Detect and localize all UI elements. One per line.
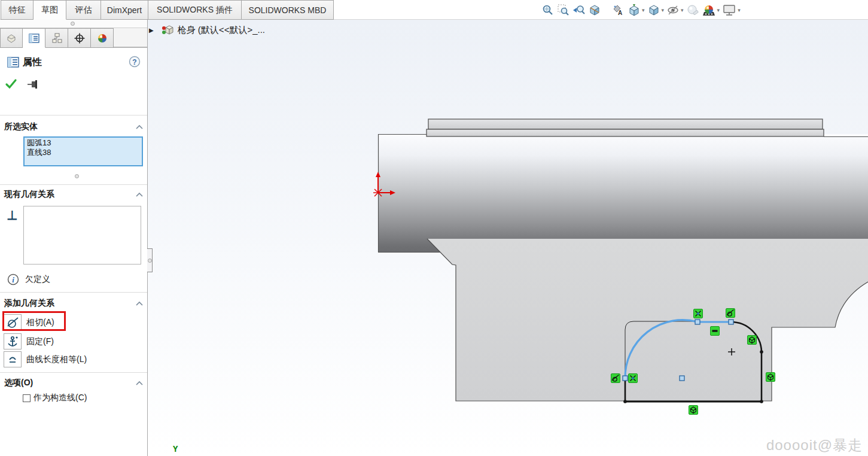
tab-display-manager[interactable]: [91, 28, 114, 48]
view-settings-dropdown[interactable]: ▾: [738, 7, 741, 13]
apply-scene-icon[interactable]: ▾: [702, 4, 720, 17]
sketch-point-handle[interactable]: [695, 320, 700, 324]
section-selected-entities[interactable]: 所选实体: [4, 121, 38, 132]
property-manager-icon: [7, 56, 20, 69]
part-rail-face[interactable]: [427, 119, 824, 136]
horizontal-constraint-icon[interactable]: [711, 327, 720, 336]
panel-viewport-splitter[interactable]: [147, 248, 153, 272]
keep-visible-pin-icon[interactable]: [26, 78, 39, 90]
on-edge-constraint-icon[interactable]: [689, 406, 698, 415]
command-tabs: 特征 草图 评估 DimXpert SOLIDWORKS 插件 SOLIDWOR…: [1, 0, 334, 20]
svg-text:i: i: [12, 275, 14, 284]
svg-text:A: A: [618, 10, 622, 16]
for-construction-checkbox[interactable]: [23, 394, 31, 402]
manager-tab-bar: [0, 28, 147, 48]
hide-show-items-icon[interactable]: ▾: [666, 4, 684, 17]
sketch-endpoint[interactable]: [760, 350, 763, 354]
sketch-endpoint[interactable]: [623, 400, 627, 403]
zoom-to-area-icon[interactable]: [557, 4, 570, 17]
tab-dimxpert-manager[interactable]: [68, 28, 91, 48]
tab-dimxpert[interactable]: DimXpert: [101, 0, 148, 20]
on-edge-constraint-icon[interactable]: [766, 373, 775, 382]
ok-button[interactable]: [5, 78, 18, 90]
sketch-point-handle[interactable]: [680, 376, 684, 381]
existing-relations-listbox[interactable]: [23, 206, 141, 265]
section-existing-relations[interactable]: 现有几何关系: [4, 189, 54, 200]
property-manager-panel: 属性 ? 所选实体 圆弧13 直线38 现有几何关系 ⊥ i 欠定义 添加几何关…: [0, 20, 148, 456]
part-document-icon: [161, 23, 174, 37]
zoom-to-fit-icon[interactable]: [541, 4, 555, 17]
tab-solidworks-mbd[interactable]: SOLIDWORKS MBD: [242, 0, 334, 20]
tab-sketch[interactable]: 草图: [33, 0, 66, 20]
part-name[interactable]: 枪身 (默认<<默认>_...: [178, 25, 265, 36]
watermark: dooooit@暴走: [766, 436, 863, 455]
listbox-resize-knob[interactable]: [75, 174, 79, 178]
equal-curve-icon[interactable]: [4, 351, 22, 367]
display-style-icon[interactable]: ▾: [647, 4, 665, 17]
heads-up-view-toolbar: A ▾ ▾ ▾ ▾ ▾: [540, 2, 742, 18]
tab-property-manager[interactable]: [23, 28, 45, 48]
selected-entity-item[interactable]: 直线38: [27, 148, 139, 157]
svg-text:?: ?: [132, 58, 136, 66]
section-add-relations[interactable]: 添加几何关系: [4, 298, 54, 309]
tangent-highlight-annotation: [2, 311, 66, 331]
anchor-icon[interactable]: [4, 333, 22, 349]
view-orientation-icon[interactable]: ▾: [628, 4, 645, 17]
previous-view-icon[interactable]: [572, 4, 586, 17]
tab-solidworks-addins[interactable]: SOLIDWORKS 插件: [148, 0, 242, 20]
view-orientation-dropdown[interactable]: ▾: [642, 7, 645, 13]
collapse-chevron-icon[interactable]: [135, 300, 144, 306]
tangent-constraint-icon[interactable]: [726, 309, 735, 318]
sketch-point-handle[interactable]: [623, 376, 628, 381]
part-barrel-face[interactable]: [378, 134, 868, 253]
tangent-constraint-icon[interactable]: [611, 374, 620, 383]
perpendicular-relation-icon: ⊥: [7, 208, 17, 223]
help-icon[interactable]: ?: [129, 56, 141, 68]
hide-annotations-icon[interactable]: A: [612, 4, 625, 17]
panel-splitter[interactable]: [0, 20, 147, 28]
selected-entities-listbox[interactable]: 圆弧13 直线38: [23, 136, 143, 166]
tree-expand-arrow[interactable]: ▶: [149, 27, 154, 34]
add-relation-equal-curve-length[interactable]: 曲线长度相等(L): [4, 350, 144, 369]
view-settings-icon[interactable]: ▾: [722, 4, 741, 17]
sketch-point-handle[interactable]: [729, 320, 733, 324]
collapse-chevron-icon[interactable]: [135, 124, 144, 130]
tab-feature-manager-tree[interactable]: [0, 28, 23, 48]
apply-scene-dropdown[interactable]: ▾: [717, 7, 720, 13]
display-style-dropdown[interactable]: ▾: [662, 7, 665, 13]
section-view-icon[interactable]: [588, 4, 601, 17]
hide-show-items-dropdown[interactable]: ▾: [681, 7, 684, 13]
edit-appearance-icon[interactable]: [686, 4, 699, 17]
coincident-constraint-icon[interactable]: [629, 374, 638, 383]
tab-evaluate[interactable]: 评估: [66, 0, 101, 20]
information-icon: i: [7, 273, 19, 285]
tab-configuration-manager[interactable]: [45, 28, 68, 48]
selected-entity-item[interactable]: 圆弧13: [27, 138, 139, 148]
collapse-chevron-icon[interactable]: [135, 191, 144, 197]
for-construction-option[interactable]: 作为构造线(C): [23, 393, 87, 403]
triad-y-axis-label: Y: [173, 444, 178, 454]
feature-tree-flyout: ▶ 枪身 (默认<<默认>_...: [149, 23, 265, 37]
command-manager-bar: 特征 草图 评估 DimXpert SOLIDWORKS 插件 SOLIDWOR…: [0, 0, 868, 20]
section-options[interactable]: 选项(O): [4, 378, 33, 388]
collapse-chevron-icon[interactable]: [135, 380, 144, 386]
add-relation-fix[interactable]: 固定(F): [4, 332, 144, 351]
coincident-constraint-icon[interactable]: [694, 309, 703, 318]
definition-status: 欠定义: [25, 274, 50, 285]
panel-title: 属性: [23, 56, 42, 69]
on-edge-constraint-icon[interactable]: [748, 336, 757, 345]
sketch-endpoint[interactable]: [760, 400, 763, 403]
tab-features[interactable]: 特征: [1, 0, 33, 20]
